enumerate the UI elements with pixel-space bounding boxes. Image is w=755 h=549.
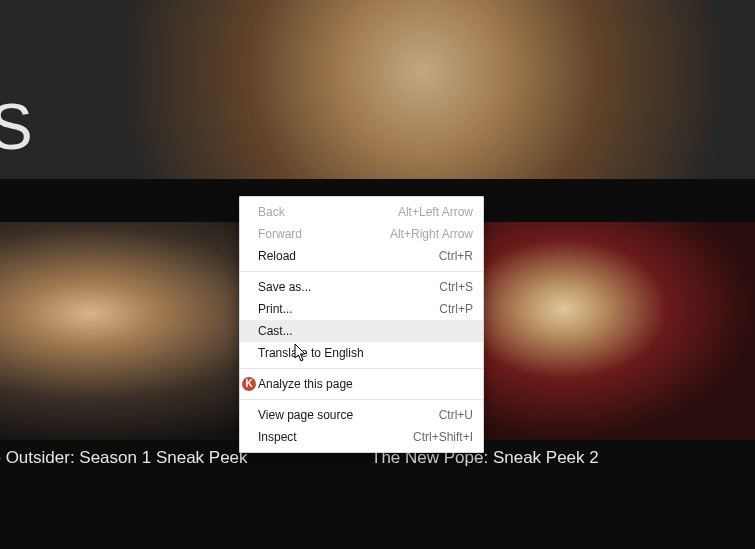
context-menu-item: BackAlt+Left Arrow bbox=[240, 201, 483, 223]
hero-banner: S bbox=[0, 0, 755, 179]
context-menu-item[interactable]: Save as...Ctrl+S bbox=[240, 276, 483, 298]
context-menu-item[interactable]: KAnalyze this page bbox=[240, 373, 483, 395]
context-menu-item[interactable]: InspectCtrl+Shift+I bbox=[240, 426, 483, 448]
hero-title-fragment: S bbox=[0, 90, 31, 164]
context-menu-item-shortcut: Ctrl+P bbox=[439, 302, 473, 316]
context-menu-item-label: Reload bbox=[258, 249, 439, 263]
context-menu-item[interactable]: Print...Ctrl+P bbox=[240, 298, 483, 320]
context-menu-item-shortcut: Ctrl+Shift+I bbox=[413, 430, 473, 444]
context-menu-item-label: Save as... bbox=[258, 280, 439, 294]
context-menu-separator bbox=[240, 271, 483, 272]
context-menu-item-label: Print... bbox=[258, 302, 439, 316]
context-menu: BackAlt+Left ArrowForwardAlt+Right Arrow… bbox=[239, 196, 484, 453]
context-menu-item-label: Back bbox=[258, 205, 398, 219]
context-menu-separator bbox=[240, 368, 483, 369]
context-menu-item-label: View page source bbox=[258, 408, 439, 422]
context-menu-item-shortcut: Ctrl+R bbox=[439, 249, 473, 263]
context-menu-item[interactable]: Cast... bbox=[240, 320, 483, 342]
context-menu-item-shortcut: Ctrl+U bbox=[439, 408, 473, 422]
context-menu-item[interactable]: Translate to English bbox=[240, 342, 483, 364]
context-menu-item-label: Cast... bbox=[258, 324, 473, 338]
context-menu-item-label: Translate to English bbox=[258, 346, 473, 360]
context-menu-separator bbox=[240, 399, 483, 400]
context-menu-item-shortcut: Alt+Left Arrow bbox=[398, 205, 473, 219]
context-menu-item-label: Forward bbox=[258, 227, 390, 241]
context-menu-item[interactable]: View page sourceCtrl+U bbox=[240, 404, 483, 426]
context-menu-item[interactable]: ReloadCtrl+R bbox=[240, 245, 483, 267]
context-menu-item-label: Analyze this page bbox=[258, 377, 473, 391]
context-menu-item: ForwardAlt+Right Arrow bbox=[240, 223, 483, 245]
context-menu-item-shortcut: Alt+Right Arrow bbox=[390, 227, 473, 241]
context-menu-item-label: Inspect bbox=[258, 430, 413, 444]
extension-icon: K bbox=[242, 377, 256, 391]
context-menu-item-shortcut: Ctrl+S bbox=[439, 280, 473, 294]
